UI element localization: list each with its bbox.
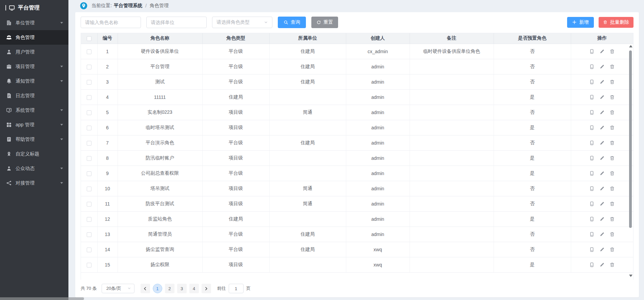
row-checkbox[interactable]: [87, 126, 91, 130]
edit-button[interactable]: [599, 155, 605, 161]
row-checkbox[interactable]: [87, 141, 91, 146]
cell-creator: admin: [346, 120, 410, 135]
detail-button[interactable]: [589, 155, 595, 161]
edit-button[interactable]: [599, 49, 605, 54]
detail-button[interactable]: [589, 110, 595, 115]
row-checkbox[interactable]: [87, 248, 91, 252]
delete-button[interactable]: [609, 64, 615, 69]
edit-button[interactable]: [599, 186, 605, 191]
delete-button[interactable]: [609, 94, 615, 100]
delete-button[interactable]: [609, 110, 615, 115]
sidebar-item-system-mgmt[interactable]: 系统管理: [0, 103, 68, 117]
detail-button[interactable]: [589, 186, 595, 191]
role-name-input[interactable]: [81, 17, 141, 28]
edit-button[interactable]: [599, 171, 605, 176]
row-checkbox[interactable]: [87, 110, 91, 115]
sidebar-item-role-mgmt[interactable]: 角色管理: [0, 30, 68, 45]
row-checkbox[interactable]: [87, 80, 91, 85]
sidebar-item-notice-mgmt[interactable]: 通知管理: [0, 74, 68, 88]
sidebar-item-project-mgmt[interactable]: 项目管理: [0, 59, 68, 74]
cell-creator: admin: [346, 150, 410, 166]
detail-button[interactable]: [589, 125, 595, 130]
detail-button[interactable]: [589, 49, 595, 54]
detail-button[interactable]: [589, 216, 595, 222]
vertical-scrollbar-thumb[interactable]: [629, 50, 632, 228]
search-button[interactable]: 查询: [278, 17, 306, 28]
sidebar-item-app-mgmt[interactable]: app 管理: [0, 117, 68, 132]
delete-button[interactable]: [609, 140, 615, 146]
delete-button[interactable]: [609, 171, 615, 176]
cell-creator: admin: [346, 227, 410, 242]
detail-button[interactable]: [589, 262, 595, 267]
next-page-button[interactable]: [202, 284, 211, 293]
page-button-4[interactable]: 4: [189, 284, 199, 293]
delete-button[interactable]: [609, 262, 615, 267]
edit-button[interactable]: [599, 232, 605, 237]
goto-page-input[interactable]: [229, 284, 244, 293]
edit-button[interactable]: [599, 94, 605, 100]
batch-delete-button[interactable]: 批量删除: [599, 17, 633, 28]
edit-button[interactable]: [599, 64, 605, 69]
detail-button[interactable]: [589, 140, 595, 146]
row-checkbox[interactable]: [87, 217, 91, 222]
edit-button[interactable]: [599, 125, 605, 130]
cell-operations: [571, 242, 633, 257]
sidebar-item-public-activity[interactable]: 公众动态: [0, 161, 68, 176]
unit-input[interactable]: [146, 17, 207, 28]
edit-button[interactable]: [599, 262, 605, 267]
edit-button[interactable]: [599, 216, 605, 222]
sidebar-item-log-mgmt[interactable]: 日志管理: [0, 88, 68, 103]
detail-button[interactable]: [589, 79, 595, 85]
delete-button[interactable]: [609, 155, 615, 161]
scroll-down-icon[interactable]: [629, 275, 632, 277]
sidebar-item-unit-mgmt[interactable]: 单位管理: [0, 16, 68, 30]
delete-button[interactable]: [609, 79, 615, 85]
edit-button[interactable]: [599, 140, 605, 146]
sidebar-item-user-mgmt[interactable]: 用户管理: [0, 45, 68, 59]
delete-button[interactable]: [609, 186, 615, 191]
horizontal-scrollbar-thumb[interactable]: [0, 297, 68, 300]
detail-button[interactable]: [589, 232, 595, 237]
delete-button[interactable]: [609, 201, 615, 207]
row-checkbox[interactable]: [87, 65, 91, 69]
horizontal-scrollbar[interactable]: [0, 297, 84, 300]
delete-button[interactable]: [609, 247, 615, 252]
reset-button[interactable]: 重置: [311, 17, 338, 28]
edit-button[interactable]: [599, 110, 605, 115]
sidebar-item-help-mgmt[interactable]: 帮助管理: [0, 132, 68, 147]
edit-button[interactable]: [599, 247, 605, 252]
detail-button[interactable]: [589, 64, 595, 69]
role-type-select[interactable]: 请选择角色类型: [212, 17, 272, 28]
page-button-2[interactable]: 2: [165, 284, 174, 293]
edit-button[interactable]: [599, 79, 605, 85]
delete-button[interactable]: [609, 216, 615, 222]
row-checkbox[interactable]: [87, 232, 91, 237]
row-checkbox[interactable]: [87, 95, 91, 100]
delete-button[interactable]: [609, 232, 615, 237]
detail-button[interactable]: [589, 201, 595, 207]
row-checkbox[interactable]: [87, 49, 91, 54]
breadcrumb-root[interactable]: 平台管理系统: [114, 3, 142, 9]
edit-button[interactable]: [599, 201, 605, 207]
row-checkbox[interactable]: [87, 171, 91, 176]
add-button[interactable]: 新增: [567, 17, 594, 28]
page-button-3[interactable]: 3: [177, 284, 187, 293]
sidebar-item-integration-mgmt[interactable]: 对接管理: [0, 176, 68, 190]
select-all-checkbox[interactable]: [87, 36, 91, 41]
delete-button[interactable]: [609, 125, 615, 130]
row-checkbox[interactable]: [87, 187, 91, 191]
scroll-up-icon[interactable]: [629, 45, 632, 47]
row-checkbox[interactable]: [87, 156, 91, 161]
log-file-icon: [6, 93, 12, 99]
horizontal-scrollbar-thumb-cap[interactable]: [68, 297, 84, 300]
row-checkbox[interactable]: [87, 202, 91, 207]
page-button-1[interactable]: 1: [153, 284, 162, 293]
detail-button[interactable]: [589, 247, 595, 252]
sidebar-item-custom-title[interactable]: 自定义标题: [0, 147, 68, 161]
page-size-select[interactable]: 20条/页: [102, 284, 134, 293]
detail-button[interactable]: [589, 171, 595, 176]
detail-button[interactable]: [589, 94, 595, 100]
prev-page-button[interactable]: [141, 284, 150, 293]
row-checkbox[interactable]: [87, 263, 91, 267]
delete-button[interactable]: [609, 49, 615, 54]
